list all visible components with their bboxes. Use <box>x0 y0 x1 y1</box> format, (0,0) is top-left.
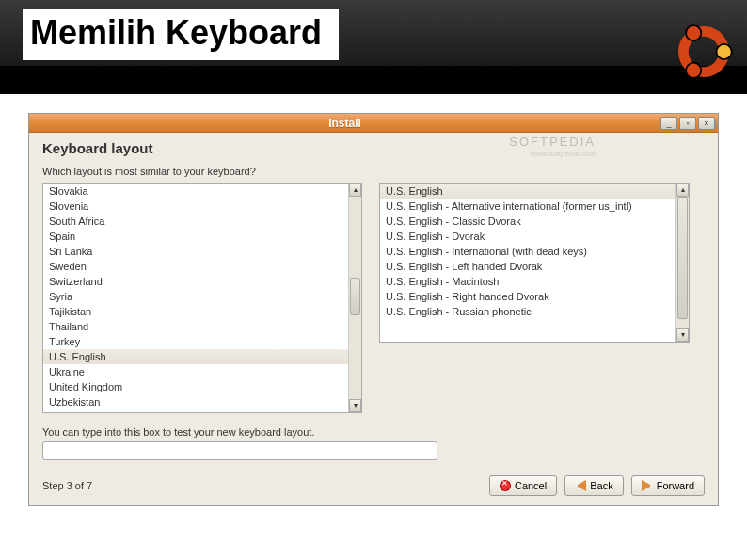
list-item[interactable]: Tajikistan <box>43 304 361 319</box>
window-titlebar[interactable]: Install _ ▫ × <box>29 114 718 133</box>
svg-point-3 <box>686 63 701 78</box>
cancel-button[interactable]: Cancel <box>489 475 557 496</box>
forward-button[interactable]: Forward <box>631 475 705 496</box>
list-item[interactable]: Slovenia <box>43 199 361 214</box>
list-item[interactable]: South Africa <box>43 214 361 229</box>
list-item[interactable]: U.S. English - Left handed Dvorak <box>380 259 689 274</box>
cancel-icon <box>500 480 511 491</box>
window-title: Install <box>29 117 660 130</box>
minimize-button[interactable]: _ <box>660 117 677 130</box>
footer: Step 3 of 7 Cancel Back Forward <box>42 475 705 496</box>
slide-header: Memilih Keyboard <box>0 0 747 94</box>
window-content: SOFTPEDIA www.softpedia.com Keyboard lay… <box>29 133 718 505</box>
maximize-button[interactable]: ▫ <box>679 117 696 130</box>
list-item[interactable]: Spain <box>43 229 361 244</box>
scroll-up-button[interactable]: ▴ <box>349 184 361 197</box>
list-item[interactable]: Slovakia <box>43 184 361 199</box>
back-label: Back <box>590 480 612 491</box>
list-item[interactable]: U.S. English <box>380 184 689 199</box>
list-item[interactable]: Switzerland <box>43 274 361 289</box>
list-item[interactable]: United Kingdom <box>43 379 361 394</box>
layout-question: Which layout is most similar to your key… <box>42 166 705 177</box>
list-item[interactable]: U.S. English - Dvorak <box>380 229 689 244</box>
list-item[interactable]: Syria <box>43 289 361 304</box>
scroll-thumb[interactable] <box>677 197 688 319</box>
country-listbox[interactable]: SlovakiaSloveniaSouth AfricaSpainSri Lan… <box>42 183 362 413</box>
scroll-down-button[interactable]: ▾ <box>349 399 361 412</box>
list-item[interactable]: U.S. English - Alternative international… <box>380 199 689 214</box>
list-item[interactable]: Ukraine <box>43 364 361 379</box>
test-hint: You can type into this box to test your … <box>42 426 705 438</box>
svg-point-2 <box>686 25 701 40</box>
scroll-thumb[interactable] <box>350 278 360 315</box>
variant-listbox[interactable]: U.S. EnglishU.S. English - Alternative i… <box>379 183 690 343</box>
step-indicator: Step 3 of 7 <box>42 480 482 491</box>
forward-arrow-icon <box>642 480 653 491</box>
country-scrollbar[interactable]: ▴ ▾ <box>348 184 361 412</box>
slide-body: Install _ ▫ × SOFTPEDIA www.softpedia.co… <box>0 94 747 525</box>
layout-lists: SlovakiaSloveniaSouth AfricaSpainSri Lan… <box>42 183 705 413</box>
variant-scrollbar[interactable]: ▴ ▾ <box>675 184 689 342</box>
list-item[interactable]: U.S. English - Macintosh <box>380 274 689 289</box>
slide-title: Memilih Keyboard <box>23 9 339 60</box>
back-button[interactable]: Back <box>564 475 623 496</box>
list-item[interactable]: U.S. English - Right handed Dvorak <box>380 289 689 304</box>
list-item[interactable]: U.S. English - Russian phonetic <box>380 304 689 319</box>
svg-point-1 <box>717 44 732 59</box>
list-item[interactable]: U.S. English - Classic Dvorak <box>380 214 689 229</box>
list-item[interactable]: Sri Lanka <box>43 244 361 259</box>
window-controls: _ ▫ × <box>660 117 715 130</box>
list-item[interactable]: Turkey <box>43 334 361 349</box>
ubuntu-logo-icon <box>653 9 738 85</box>
list-item[interactable]: U.S. English - International (with dead … <box>380 244 689 259</box>
scroll-up-button[interactable]: ▴ <box>676 184 689 197</box>
watermark: SOFTPEDIA <box>509 135 596 149</box>
scroll-down-button[interactable]: ▾ <box>676 328 689 342</box>
keyboard-test-input[interactable] <box>42 441 437 460</box>
list-item[interactable]: U.S. English <box>43 349 361 364</box>
forward-label: Forward <box>657 480 694 491</box>
list-item[interactable]: Thailand <box>43 319 361 334</box>
list-item[interactable]: Uzbekistan <box>43 394 361 409</box>
list-item[interactable]: Vietnam <box>43 409 361 412</box>
close-button[interactable]: × <box>698 117 715 130</box>
watermark-sub: www.softpedia.com <box>531 150 596 158</box>
list-item[interactable]: Sweden <box>43 259 361 274</box>
section-title: Keyboard layout <box>42 140 705 156</box>
back-arrow-icon <box>575 480 586 491</box>
installer-window: Install _ ▫ × SOFTPEDIA www.softpedia.co… <box>28 113 719 506</box>
cancel-label: Cancel <box>515 480 547 491</box>
